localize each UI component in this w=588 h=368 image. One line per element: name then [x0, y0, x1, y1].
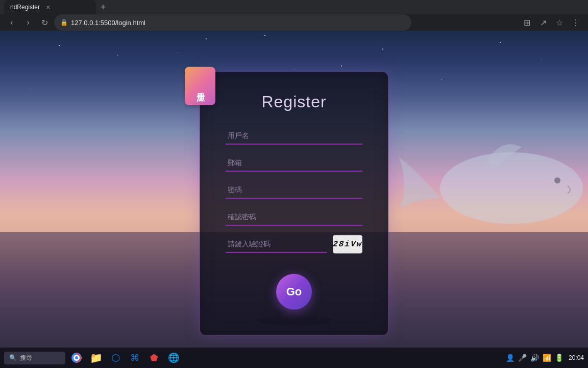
taskbar-search-label: 搜尋 — [20, 354, 32, 362]
captcha-text: 28iVw — [333, 239, 362, 248]
menu-icon[interactable]: ⋮ — [569, 15, 583, 30]
taskbar-search[interactable]: 🔍 搜尋 — [4, 352, 65, 364]
taskbar-sound-icon[interactable]: 🔊 — [530, 353, 540, 363]
password-field-group — [226, 180, 362, 198]
reload-button[interactable]: ↻ — [38, 16, 51, 29]
taskbar-edge-icon[interactable]: ⬡ — [107, 350, 124, 366]
captcha-input[interactable] — [226, 235, 327, 253]
taskbar-mic-icon[interactable]: 🎤 — [518, 353, 528, 363]
whale-illustration — [358, 96, 588, 275]
page-content: 注册 Register 28iVw Go — [0, 28, 588, 368]
username-field-group — [226, 126, 362, 144]
email-field-group — [226, 153, 362, 171]
taskbar: 🔍 搜尋 📁 ⬡ ⌘ ⬟ 🌐 — [0, 348, 588, 368]
browser-chrome: ndRegister ✕ + ‹ › ↻ 🔒 127.0.0.1:5500/lo… — [0, 0, 588, 28]
taskbar-chrome-icon[interactable] — [68, 350, 85, 366]
captcha-row: 28iVw — [226, 235, 362, 253]
register-card: 注册 Register 28iVw Go — [200, 71, 388, 335]
bookmark-icon[interactable]: ☆ — [552, 15, 567, 30]
taskbar-battery-icon[interactable]: 🔋 — [554, 353, 565, 363]
tab-title: ndRegister — [10, 4, 40, 11]
url-display: 127.0.0.1:5500/login.html — [71, 19, 145, 27]
svg-point-0 — [440, 152, 583, 224]
translate-icon[interactable]: ⊞ — [520, 15, 534, 30]
taskbar-app1-icon[interactable]: ⬟ — [146, 350, 162, 366]
tab-bar: ndRegister ✕ + — [0, 0, 588, 14]
taskbar-right: 👤 🎤 🔊 📶 🔋 20:04 — [505, 353, 584, 363]
address-bar-container: ‹ › ↻ 🔒 127.0.0.1:5500/login.html ⊞ ↗ ☆ … — [0, 14, 588, 31]
lock-icon: 🔒 — [60, 19, 68, 26]
taskbar-time: 20:04 — [569, 354, 584, 361]
svg-point-10 — [75, 356, 78, 359]
confirm-password-field-group — [226, 208, 362, 225]
register-tab-button[interactable]: 注册 — [185, 66, 215, 105]
username-input[interactable] — [226, 126, 362, 144]
password-input[interactable] — [226, 180, 362, 198]
search-icon: 🔍 — [9, 354, 17, 361]
taskbar-person-icon[interactable]: 👤 — [505, 353, 516, 363]
tab-close-button[interactable]: ✕ — [44, 3, 52, 11]
address-box[interactable]: 🔒 127.0.0.1:5500/login.html — [54, 14, 411, 31]
share-icon[interactable]: ↗ — [536, 15, 550, 30]
email-input[interactable] — [226, 153, 362, 171]
confirm-password-input[interactable] — [226, 208, 362, 225]
taskbar-wifi-icon[interactable]: 📶 — [542, 353, 552, 363]
taskbar-files-icon[interactable]: 📁 — [88, 350, 104, 366]
taskbar-vscode-icon[interactable]: ⌘ — [127, 350, 143, 366]
new-tab-button[interactable]: + — [96, 0, 110, 14]
taskbar-app2-icon[interactable]: 🌐 — [165, 350, 182, 366]
back-button[interactable]: ‹ — [5, 16, 18, 29]
captcha-image[interactable]: 28iVw — [333, 235, 362, 253]
forward-button[interactable]: › — [21, 16, 35, 29]
form-title: Register — [261, 92, 326, 111]
submit-button[interactable]: Go — [276, 273, 312, 309]
toolbar-icons: ⊞ ↗ ☆ ⋮ — [520, 15, 583, 30]
svg-point-1 — [554, 177, 560, 183]
browser-tab[interactable]: ndRegister ✕ — [4, 0, 96, 14]
